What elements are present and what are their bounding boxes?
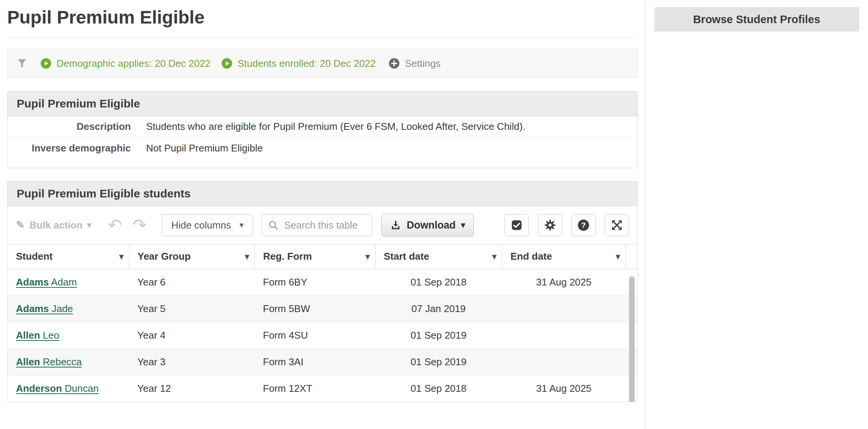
play-circle-icon	[40, 58, 52, 69]
column-label: Year Group	[138, 251, 191, 262]
students-panel: Pupil Premium Eligible students ✎ Bulk a…	[7, 181, 638, 402]
inverse-demographic-row: Inverse demographic Not Pupil Premium El…	[8, 137, 637, 159]
start-date-cell: 01 Sep 2019	[375, 349, 502, 375]
column-header-filler	[626, 244, 637, 269]
table-toolbar: ✎ Bulk action ▾ ↶ ↷ Hide columns ▾	[8, 206, 637, 244]
filter-settings-button[interactable]: Settings	[388, 58, 440, 69]
undo-redo-group: ↶ ↷	[108, 217, 147, 233]
sort-caret-icon: ▾	[245, 252, 249, 261]
title-divider	[7, 38, 638, 38]
year-group-cell: Year 3	[129, 349, 255, 375]
filter-funnel-icon	[16, 57, 28, 69]
chevron-down-icon: ▾	[87, 221, 91, 229]
filter-demographic-applies[interactable]: Demographic applies: 20 Dec 2022	[40, 58, 211, 69]
start-date-cell: 01 Sep 2019	[375, 322, 502, 349]
toolbar-icon-buttons: ?	[505, 214, 629, 236]
plus-circle-icon	[388, 58, 400, 69]
svg-text:?: ?	[581, 221, 586, 229]
table-search	[261, 214, 372, 236]
reg-form-cell: Form 12XT	[255, 375, 375, 402]
column-header-reg-form[interactable]: Reg. Form▾	[255, 244, 375, 269]
hide-columns-label: Hide columns	[171, 219, 231, 231]
inverse-demographic-value: Not Pupil Premium Eligible	[146, 142, 270, 154]
students-table: Student▾ Year Group▾ Reg. Form▾ Start da…	[8, 244, 637, 402]
student-link[interactable]: Allen Leo	[16, 330, 59, 341]
students-panel-title: Pupil Premium Eligible students	[8, 181, 637, 206]
table-row: Adams Jade Year 5 Form 5BW 07 Jan 2019	[8, 295, 637, 322]
table-row: Anderson Duncan Year 12 Form 12XT 01 Sep…	[8, 375, 637, 402]
table-row: Allen Leo Year 4 Form 4SU 01 Sep 2019	[8, 322, 637, 349]
demographic-panel: Pupil Premium Eligible Description Stude…	[7, 91, 638, 168]
filter-bar: Demographic applies: 20 Dec 2022 Student…	[7, 49, 638, 78]
page: Pupil Premium Eligible Demographic appli…	[0, 0, 868, 429]
end-date-cell	[502, 349, 626, 375]
start-date-cell: 01 Sep 2018	[375, 375, 502, 402]
end-date-cell: 31 Aug 2025	[502, 269, 626, 295]
table-scrollbar[interactable]	[629, 271, 635, 402]
column-header-end-date[interactable]: End date▾	[502, 244, 626, 269]
download-button[interactable]: Download ▾	[381, 214, 474, 237]
column-header-student[interactable]: Student▾	[8, 244, 129, 269]
chevron-down-icon: ▾	[461, 221, 465, 229]
select-rows-button[interactable]	[505, 214, 529, 236]
end-date-cell	[502, 322, 626, 349]
hide-columns-button[interactable]: Hide columns ▾	[162, 214, 253, 236]
description-row: Description Students who are eligible fo…	[8, 116, 637, 137]
page-title: Pupil Premium Eligible	[7, 7, 638, 28]
expand-arrows-icon	[610, 219, 623, 232]
help-button[interactable]: ?	[571, 214, 596, 236]
student-cell: Adams Jade	[8, 295, 129, 322]
question-circle-icon: ?	[577, 219, 590, 232]
right-sidebar: Browse Student Profiles	[645, 0, 868, 429]
filter-label: Students enrolled: 20 Dec 2022	[237, 58, 376, 69]
undo-button[interactable]: ↶	[108, 217, 122, 233]
reg-form-cell: Form 6BY	[255, 269, 375, 295]
scrollbar-thumb[interactable]	[629, 276, 635, 402]
redo-button[interactable]: ↷	[133, 217, 147, 233]
filter-label: Demographic applies: 20 Dec 2022	[57, 58, 211, 69]
column-label: Reg. Form	[263, 251, 312, 262]
bulk-action-button[interactable]: ✎ Bulk action ▾	[16, 219, 91, 231]
start-date-cell: 01 Sep 2018	[375, 269, 502, 295]
student-cell: Allen Rebecca	[8, 349, 129, 375]
gear-icon	[544, 219, 557, 232]
demographic-panel-body: Description Students who are eligible fo…	[8, 116, 637, 168]
download-label: Download	[407, 219, 456, 231]
table-settings-button[interactable]	[538, 214, 562, 236]
reg-form-cell: Form 3AI	[255, 349, 375, 375]
chevron-down-icon: ▾	[239, 221, 244, 229]
table-row: Allen Rebecca Year 3 Form 3AI 01 Sep 201…	[8, 349, 637, 375]
year-group-cell: Year 12	[129, 375, 255, 402]
bulk-action-label: Bulk action	[29, 219, 82, 231]
year-group-cell: Year 5	[129, 295, 255, 322]
sort-caret-icon: ▾	[365, 252, 370, 261]
sort-caret-icon: ▾	[119, 252, 123, 261]
main-content: Pupil Premium Eligible Demographic appli…	[0, 0, 645, 429]
table-header-row: Student▾ Year Group▾ Reg. Form▾ Start da…	[8, 244, 637, 269]
demographic-panel-title: Pupil Premium Eligible	[8, 91, 637, 116]
table-row: Adams Adam Year 6 Form 6BY 01 Sep 2018 3…	[8, 269, 637, 295]
settings-label: Settings	[405, 58, 440, 69]
student-cell: Adams Adam	[8, 269, 129, 295]
student-link[interactable]: Anderson Duncan	[16, 383, 99, 394]
column-header-year-group[interactable]: Year Group▾	[129, 244, 255, 269]
end-date-cell: 31 Aug 2025	[502, 375, 626, 402]
description-label: Description	[8, 121, 146, 132]
column-label: Start date	[384, 251, 429, 262]
browse-student-profiles-button[interactable]: Browse Student Profiles	[654, 7, 859, 32]
search-input[interactable]	[283, 219, 366, 232]
sort-caret-icon: ▾	[616, 252, 620, 261]
student-link[interactable]: Allen Rebecca	[16, 356, 82, 367]
filter-students-enrolled[interactable]: Students enrolled: 20 Dec 2022	[221, 58, 376, 69]
students-table-wrap: Student▾ Year Group▾ Reg. Form▾ Start da…	[8, 244, 637, 402]
fullscreen-button[interactable]	[605, 214, 629, 236]
student-link[interactable]: Adams Jade	[16, 303, 73, 314]
description-value: Students who are eligible for Pupil Prem…	[146, 121, 533, 132]
student-link[interactable]: Adams Adam	[16, 276, 77, 288]
start-date-cell: 07 Jan 2019	[375, 295, 502, 322]
checkbox-check-icon	[510, 219, 523, 232]
student-cell: Anderson Duncan	[8, 375, 129, 402]
end-date-cell	[502, 295, 626, 322]
play-circle-icon	[221, 58, 233, 69]
column-header-start-date[interactable]: Start date▾	[375, 244, 502, 269]
